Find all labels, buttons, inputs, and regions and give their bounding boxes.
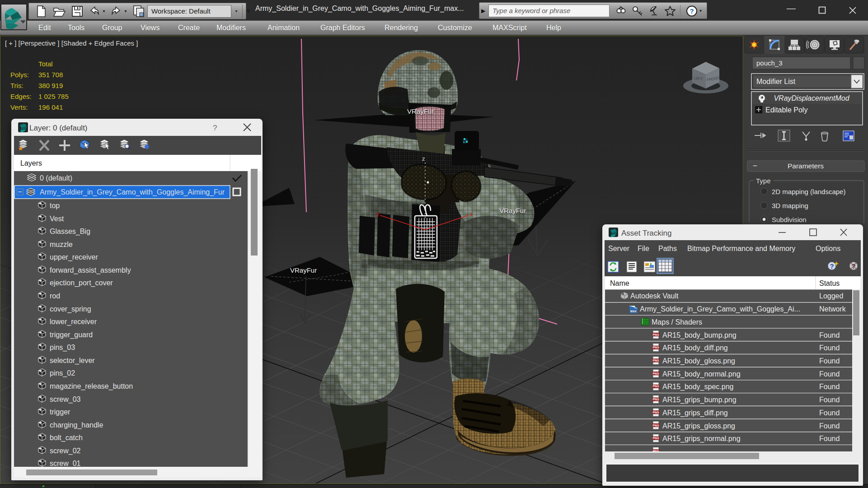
svg-text:−: − [753,162,757,170]
svg-text:AR15_body_spec.png: AR15_body_spec.png [662,383,733,391]
svg-text:pins_03: pins_03 [50,344,75,352]
svg-text:Found: Found [819,370,840,378]
svg-text:Found: Found [819,409,840,417]
svg-text:Layer: 0 (default): Layer: 0 (default) [29,124,88,132]
svg-text:VRayFur: VRayFur [499,207,526,214]
svg-text:forward_assist_assembly: forward_assist_assembly [50,266,131,274]
svg-text:PNG: PNG [652,411,659,414]
svg-text:pouch_3: pouch_3 [756,59,783,67]
svg-text:screw_02: screw_02 [50,447,81,455]
svg-text:Found: Found [819,357,840,365]
svg-text:VRayFur: VRayFur [407,107,434,115]
svg-text:trigger: trigger [50,408,70,416]
svg-text:3D mapping: 3D mapping [772,202,808,209]
svg-text:top: top [50,202,60,209]
svg-text:Maps / Shaders: Maps / Shaders [652,318,702,326]
svg-text:Parameters: Parameters [788,162,824,170]
svg-text:Editable Poly: Editable Poly [765,106,807,114]
svg-text:PNG: PNG [652,424,659,427]
svg-text:trigger_guard: trigger_guard [50,331,93,339]
svg-text:magazine_release_button: magazine_release_button [50,382,133,390]
svg-text:pins_02: pins_02 [50,369,75,377]
svg-text:Status: Status [819,279,840,287]
svg-text:selector_lever: selector_lever [50,357,95,365]
svg-text:File: File [638,245,649,252]
svg-text:y: y [376,210,380,217]
svg-text:PNG: PNG [652,398,659,401]
svg-text:AR15_body_diff.png: AR15_body_diff.png [662,344,728,352]
svg-text:Found: Found [819,331,840,339]
svg-text:lower_receiver: lower_receiver [50,318,97,326]
svg-text:?: ? [213,124,217,132]
svg-text:rod: rod [50,292,60,300]
svg-text:Logged: Logged [819,292,843,300]
svg-text:cover_spring: cover_spring [50,305,91,313]
svg-text:Asset Tracking: Asset Tracking [621,229,672,237]
svg-text:x: x [470,211,473,218]
svg-text:Found: Found [819,435,840,442]
svg-text:Options: Options [816,245,840,252]
svg-text:AR15_grips_diff.png: AR15_grips_diff.png [662,409,728,417]
svg-text:Vest: Vest [50,215,64,223]
svg-text:screw_03: screw_03 [50,395,81,404]
svg-text:VRayFur: VRayFur [290,266,317,274]
svg-text:screw_01: screw_01 [50,460,81,468]
svg-text:PNG: PNG [652,359,659,362]
svg-text:AR15_body_gloss.png: AR15_body_gloss.png [662,357,735,365]
svg-text:Paths: Paths [658,245,677,252]
svg-text:muzzle: muzzle [50,241,73,248]
svg-text:Network: Network [819,305,846,313]
svg-text:PNG: PNG [652,385,659,388]
svg-text:Autodesk Vault: Autodesk Vault [630,292,679,300]
svg-text:Found: Found [819,422,840,430]
svg-text:Found: Found [819,396,840,404]
svg-text:VRayDisplacementMod: VRayDisplacementMod [774,94,849,102]
svg-text:AR15_body_normal.png: AR15_body_normal.png [662,370,741,378]
svg-text:charging_handle: charging_handle [50,421,103,429]
svg-text:Subdivision: Subdivision [772,216,807,223]
svg-text:AR15_grips_normal.png: AR15_grips_normal.png [662,435,741,443]
svg-text:AR15_body_bump.png: AR15_body_bump.png [662,331,737,339]
svg-text:?: ? [830,262,834,270]
svg-text:Bitmap Performance and Memory: Bitmap Performance and Memory [687,245,795,252]
svg-text:AR15_grips_bump.png: AR15_grips_bump.png [662,396,737,404]
svg-text:bolt_catch: bolt_catch [50,434,83,442]
svg-text:0 (default): 0 (default) [40,174,72,182]
svg-text:PNG: PNG [652,437,659,440]
svg-text:?: ? [690,7,694,15]
svg-text:ejection_port_cover: ejection_port_cover [50,279,113,287]
svg-text:z: z [422,155,425,162]
svg-text:Layers: Layers [20,159,42,167]
svg-text:Glasses_Big: Glasses_Big [50,228,90,236]
svg-text:Army_Soldier_in_Grey_Camo_with: Army_Soldier_in_Grey_Camo_with_Goggles_A… [640,305,800,313]
svg-text:2D mapping (landscape): 2D mapping (landscape) [772,188,845,195]
svg-text:upper_receiver: upper_receiver [50,253,98,261]
svg-text:MAX: MAX [630,310,637,313]
svg-text:Name: Name [610,279,629,287]
svg-text:Found: Found [819,344,840,352]
svg-text:Modifier List: Modifier List [756,78,796,85]
svg-text:PNG: PNG [652,333,659,336]
svg-text:PNG: PNG [652,372,659,375]
svg-text:Army_Soldier_in_Grey_Camo_with: Army_Soldier_in_Grey_Camo_with_Goggles_A… [40,188,225,196]
svg-text:Type: Type [756,177,771,185]
svg-text:Found: Found [819,383,840,390]
svg-text:Server: Server [608,245,630,252]
svg-text:AR15_grips_gloss.png: AR15_grips_gloss.png [662,422,735,430]
svg-text:PNG: PNG [652,346,659,349]
